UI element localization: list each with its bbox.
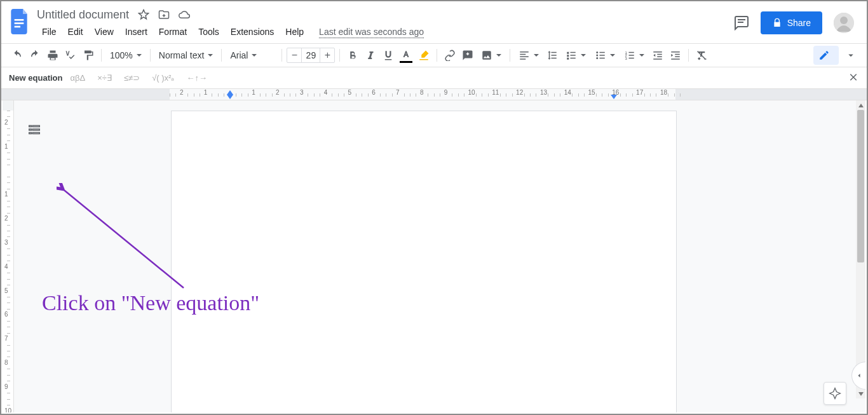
equation-toolbar-close-button[interactable] (848, 71, 859, 85)
equation-relations-dropdown[interactable]: ≤≠⊃ (121, 72, 144, 84)
menu-view[interactable]: View (90, 24, 119, 39)
equation-arrows-dropdown[interactable]: ←↑→ (184, 72, 212, 84)
editing-mode-dropdown[interactable] (813, 46, 839, 65)
document-canvas: 2112345678910 Click on "New equation" (3, 100, 865, 412)
add-comment-button[interactable] (459, 47, 476, 64)
share-label: Share (787, 18, 811, 28)
style-value: Normal text (159, 50, 205, 60)
decrease-indent-button[interactable] (649, 47, 666, 64)
equation-operators-dropdown[interactable]: ×÷∃ (95, 72, 116, 84)
share-button[interactable]: Share (761, 11, 822, 34)
explore-button[interactable] (824, 382, 846, 405)
vertical-ruler[interactable]: 2112345678910 (3, 100, 14, 412)
document-page[interactable] (171, 111, 677, 412)
svg-point-7 (597, 57, 599, 59)
highlight-color-button[interactable] (416, 47, 432, 64)
bulleted-list-dropdown[interactable] (591, 47, 619, 64)
equation-toolbar: New equation αβΔ ×÷∃ ≤≠⊃ √( )x²ₐ ←↑→ (1, 67, 867, 89)
header-right: Share (734, 6, 859, 34)
horizontal-ruler[interactable]: 21123456789101112131415161718 (1, 89, 867, 100)
scroll-up-button[interactable] (856, 100, 865, 110)
lock-icon (772, 18, 782, 28)
undo-button[interactable] (9, 47, 25, 64)
svg-text:3: 3 (625, 57, 628, 60)
account-avatar[interactable] (834, 13, 854, 33)
underline-button[interactable] (380, 47, 397, 64)
menu-tools[interactable]: Tools (193, 24, 224, 39)
collapse-toolbar-button[interactable] (843, 47, 859, 64)
last-edit-link[interactable]: Last edit was seconds ago (319, 27, 424, 37)
menu-insert[interactable]: Insert (120, 24, 153, 39)
svg-rect-2 (15, 26, 20, 28)
equation-math-dropdown[interactable]: √( )x²ₐ (149, 72, 179, 84)
vertical-scrollbar[interactable] (856, 100, 865, 398)
menu-file[interactable]: File (37, 24, 62, 39)
font-size-control: − + (287, 48, 335, 63)
show-outline-button[interactable] (25, 121, 43, 139)
menu-format[interactable]: Format (154, 24, 192, 39)
paint-format-button[interactable] (80, 47, 97, 64)
menu-bar: File Edit View Insert Format Tools Exten… (37, 24, 424, 39)
comments-icon[interactable] (734, 15, 749, 31)
document-title[interactable]: Untitled document (37, 8, 129, 22)
redo-button[interactable] (27, 47, 43, 64)
insert-link-button[interactable] (442, 47, 458, 64)
header: Untitled document File Edit View Insert … (1, 1, 867, 39)
new-equation-button[interactable]: New equation (9, 73, 63, 83)
move-folder-icon[interactable] (158, 9, 170, 20)
font-value: Arial (230, 50, 248, 60)
svg-point-5 (597, 51, 599, 53)
zoom-dropdown[interactable]: 100% (106, 47, 146, 64)
paragraph-style-dropdown[interactable]: Normal text (155, 47, 217, 64)
font-size-increase[interactable]: + (320, 48, 334, 62)
zoom-value: 100% (110, 50, 133, 60)
print-button[interactable] (44, 47, 61, 64)
menu-edit[interactable]: Edit (63, 24, 88, 39)
title-block: Untitled document File Edit View Insert … (37, 6, 424, 39)
pen-icon (818, 50, 830, 61)
font-dropdown[interactable]: Arial (226, 47, 277, 64)
main-toolbar: 100% Normal text Arial − + 123 (1, 43, 867, 67)
spellcheck-button[interactable] (62, 47, 79, 64)
star-icon[interactable] (138, 9, 149, 20)
svg-line-11 (62, 188, 184, 288)
equation-greek-dropdown[interactable]: αβΔ (68, 72, 90, 84)
insert-image-dropdown[interactable] (477, 47, 505, 64)
increase-indent-button[interactable] (667, 47, 684, 64)
svg-rect-1 (15, 22, 24, 24)
show-side-panel-button[interactable] (851, 362, 865, 390)
bold-button[interactable] (344, 47, 361, 64)
line-spacing-button[interactable] (544, 47, 560, 64)
text-color-button[interactable] (398, 47, 414, 64)
scrollbar-thumb[interactable] (857, 110, 864, 262)
font-size-decrease[interactable]: − (287, 48, 301, 62)
clear-formatting-button[interactable] (693, 47, 710, 64)
svg-point-4 (840, 17, 848, 24)
scroll-down-button[interactable] (856, 389, 865, 398)
numbered-list-dropdown[interactable]: 123 (620, 47, 648, 64)
svg-rect-0 (15, 19, 24, 21)
svg-point-6 (597, 55, 599, 57)
menu-help[interactable]: Help (280, 24, 309, 39)
docs-logo-icon[interactable] (9, 6, 32, 37)
italic-button[interactable] (362, 47, 379, 64)
checklist-dropdown[interactable] (562, 47, 590, 64)
menu-extensions[interactable]: Extensions (226, 24, 279, 39)
font-size-input[interactable] (301, 48, 320, 62)
align-dropdown[interactable] (515, 47, 543, 64)
cloud-status-icon[interactable] (179, 9, 190, 20)
